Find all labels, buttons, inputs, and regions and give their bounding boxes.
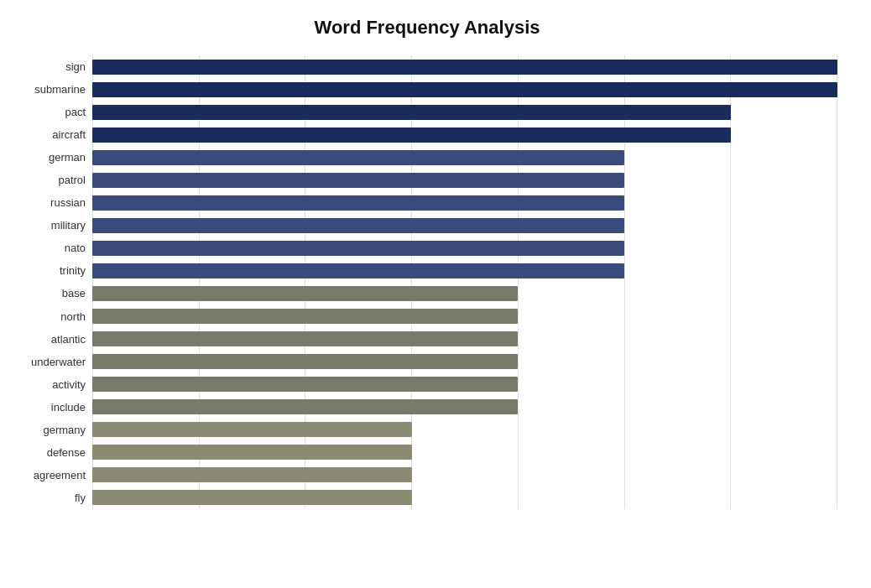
bar <box>92 399 518 414</box>
grid-line <box>92 55 93 509</box>
bar <box>92 173 624 188</box>
y-label: fly <box>17 492 86 503</box>
y-label: agreement <box>17 470 86 481</box>
y-label: nato <box>17 242 86 253</box>
y-label: activity <box>17 379 86 390</box>
grid-line <box>411 55 412 509</box>
grid-line <box>518 55 519 509</box>
grid-lines <box>92 55 837 509</box>
grid-line <box>624 55 625 509</box>
bar-row <box>92 58 837 76</box>
bar-row <box>92 216 837 235</box>
bar <box>92 127 731 143</box>
bar-row <box>92 103 837 122</box>
bar-row <box>92 420 837 439</box>
bar <box>92 354 518 369</box>
bar <box>92 82 837 97</box>
bar-row <box>92 352 837 371</box>
bar <box>92 218 624 233</box>
bar <box>92 331 518 346</box>
bar <box>92 309 518 324</box>
bar-row <box>92 443 837 461</box>
bar <box>92 422 412 437</box>
grid-line <box>305 55 305 509</box>
y-label: russian <box>17 197 86 208</box>
y-label: defense <box>17 447 86 458</box>
y-label: atlantic <box>17 334 86 345</box>
bar <box>92 467 412 482</box>
y-label: aircraft <box>17 129 86 140</box>
y-label: trinity <box>17 265 86 276</box>
bar-row <box>92 171 837 190</box>
bar-row <box>92 284 837 303</box>
grid-line <box>199 55 200 509</box>
bar <box>92 445 412 460</box>
bar-row <box>92 330 837 348</box>
bar <box>92 286 518 301</box>
bar-row <box>92 398 837 416</box>
y-label: germany <box>17 424 86 435</box>
y-label: north <box>17 311 86 322</box>
bar <box>92 105 731 120</box>
y-label: sign <box>17 61 86 72</box>
bar-row <box>92 81 837 99</box>
bar <box>92 263 624 278</box>
bar <box>92 490 412 505</box>
y-label: military <box>17 220 86 231</box>
y-label: german <box>17 152 86 163</box>
bar <box>92 60 837 75</box>
chart-title: Word Frequency Analysis <box>17 17 837 39</box>
y-axis-labels: signsubmarinepactaircraftgermanpatrolrus… <box>17 55 92 509</box>
bar-row <box>92 194 837 212</box>
bar-row <box>92 148 837 167</box>
y-label: pact <box>17 107 86 117</box>
bar-row <box>92 466 837 484</box>
bar <box>92 241 624 256</box>
bar-row <box>92 239 837 258</box>
bar <box>92 150 624 165</box>
bar <box>92 377 518 392</box>
grid-line <box>730 55 731 509</box>
bar-row <box>92 126 837 144</box>
y-label: base <box>17 288 86 299</box>
bars-area <box>92 55 837 509</box>
bar-row <box>92 262 837 280</box>
y-label: underwater <box>17 356 86 367</box>
y-label: submarine <box>17 84 86 95</box>
chart-container: Word Frequency Analysis signsubmarinepac… <box>0 0 871 588</box>
grid-line <box>837 55 837 509</box>
bar <box>92 195 624 211</box>
y-label: include <box>17 402 86 413</box>
y-label: patrol <box>17 174 86 185</box>
bar-row <box>92 307 837 325</box>
bar-row <box>92 488 837 507</box>
bar-row <box>92 375 837 393</box>
chart-area: signsubmarinepactaircraftgermanpatrolrus… <box>17 55 837 509</box>
